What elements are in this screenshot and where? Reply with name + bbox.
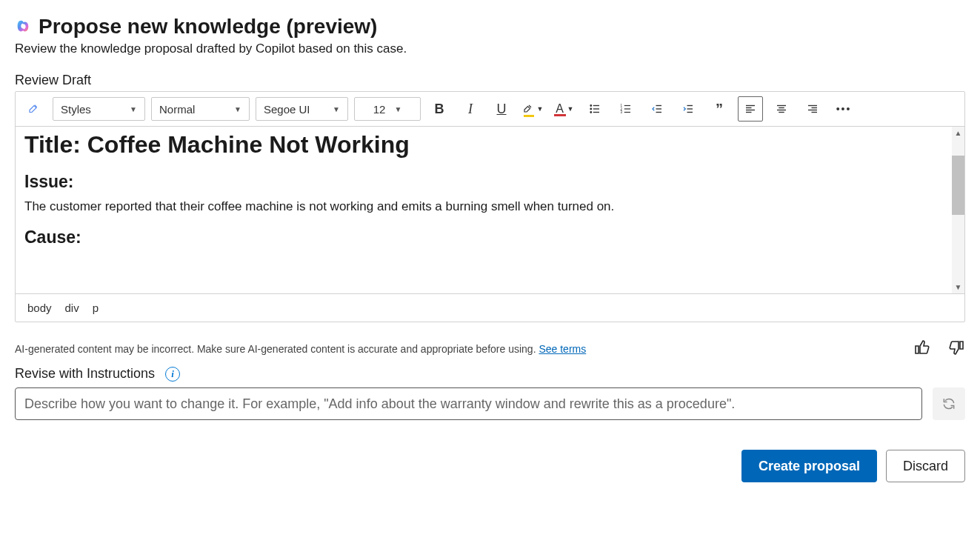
see-terms-link[interactable]: See terms <box>539 343 586 355</box>
font-size-label: 12 <box>373 103 386 116</box>
outdent-button[interactable] <box>644 96 670 122</box>
path-item[interactable]: body <box>27 302 52 314</box>
chevron-down-icon: ▼ <box>234 105 241 113</box>
rich-text-editor: Styles ▼ Normal ▼ Segoe UI ▼ 12 ▼ B I U … <box>15 91 965 322</box>
numbered-list-button[interactable]: 123 <box>613 96 639 122</box>
svg-point-0 <box>590 105 592 107</box>
indent-button[interactable] <box>676 96 701 122</box>
paragraph-format-dropdown[interactable]: Normal ▼ <box>151 97 250 121</box>
align-left-button[interactable] <box>738 96 763 122</box>
chevron-down-icon: ▼ <box>333 105 340 113</box>
content-issue-heading: Issue: <box>24 172 956 192</box>
bold-button[interactable]: B <box>427 96 452 122</box>
align-center-button[interactable] <box>769 96 794 122</box>
scroll-thumb[interactable] <box>952 156 964 215</box>
path-item[interactable]: div <box>65 302 79 314</box>
copilot-icon <box>15 19 31 35</box>
path-item[interactable]: p <box>93 302 99 314</box>
content-cause-heading: Cause: <box>24 227 956 247</box>
info-icon[interactable]: i <box>165 367 180 382</box>
svg-point-1 <box>590 108 592 110</box>
chevron-down-icon: ▼ <box>130 105 137 113</box>
font-size-dropdown[interactable]: 12 ▼ <box>354 97 421 121</box>
review-draft-label: Review Draft <box>15 73 965 88</box>
discard-button[interactable]: Discard <box>886 450 965 482</box>
thumbs-down-icon[interactable] <box>947 339 965 359</box>
styles-dropdown-label: Styles <box>61 103 91 116</box>
italic-button[interactable]: I <box>458 96 483 122</box>
font-color-button[interactable]: A ▼ <box>551 96 576 122</box>
revise-label: Revise with Instructions <box>15 366 155 382</box>
highlight-button[interactable]: ▼ <box>520 96 545 122</box>
element-path-bar: body div p <box>16 293 964 322</box>
content-title: Title: Coffee Machine Not Working <box>24 131 956 159</box>
revise-instructions-input[interactable] <box>15 387 922 420</box>
align-right-button[interactable] <box>800 96 825 122</box>
scrollbar[interactable]: ▲ ▼ <box>952 127 964 293</box>
scroll-up-arrow[interactable]: ▲ <box>952 127 964 139</box>
create-proposal-button[interactable]: Create proposal <box>741 450 877 482</box>
page-title: Propose new knowledge (preview) <box>39 15 377 39</box>
bullet-list-button[interactable] <box>582 96 607 122</box>
page-subtitle: Review the knowledge proposal drafted by… <box>15 41 965 56</box>
blockquote-button[interactable]: ” <box>707 96 732 122</box>
svg-point-2 <box>590 112 592 113</box>
more-options-button[interactable]: ••• <box>831 96 856 122</box>
scroll-down-arrow[interactable]: ▼ <box>952 281 964 293</box>
editor-toolbar: Styles ▼ Normal ▼ Segoe UI ▼ 12 ▼ B I U … <box>16 92 964 127</box>
ai-disclaimer: AI-generated content may be incorrect. M… <box>15 343 586 355</box>
content-issue-text: The customer reported that their coffee … <box>24 199 956 214</box>
styles-dropdown[interactable]: Styles ▼ <box>53 97 145 121</box>
regenerate-button[interactable] <box>933 387 965 420</box>
ai-disclaimer-text: AI-generated content may be incorrect. M… <box>15 343 539 355</box>
paragraph-format-label: Normal <box>159 103 195 116</box>
font-family-label: Segoe UI <box>264 103 310 116</box>
svg-text:3: 3 <box>621 110 623 114</box>
thumbs-up-icon[interactable] <box>913 339 931 359</box>
page-header: Propose new knowledge (preview) <box>15 15 965 39</box>
format-painter-icon[interactable] <box>21 96 47 122</box>
chevron-down-icon: ▼ <box>394 105 401 113</box>
underline-button[interactable]: U <box>489 96 514 122</box>
editor-content-area[interactable]: Title: Coffee Machine Not Working Issue:… <box>16 127 964 293</box>
font-family-dropdown[interactable]: Segoe UI ▼ <box>256 97 348 121</box>
